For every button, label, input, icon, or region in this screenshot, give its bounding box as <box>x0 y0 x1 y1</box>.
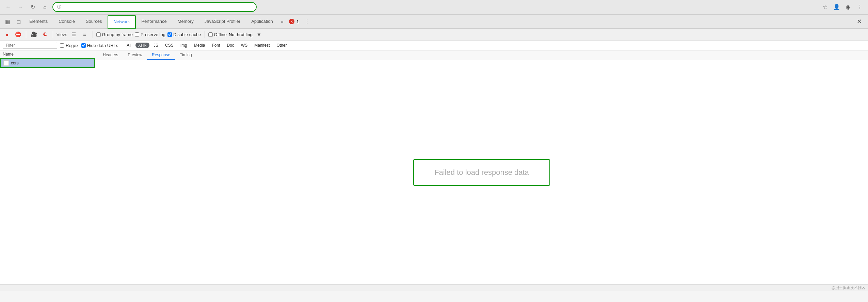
devtools-close-button[interactable]: ✕ <box>853 15 866 28</box>
regex-label[interactable]: Regex <box>66 43 79 48</box>
tab-application[interactable]: Application <box>246 15 278 28</box>
preserve-log-label[interactable]: Preserve log <box>141 32 165 37</box>
list-view-button[interactable]: ☰ <box>69 30 78 39</box>
filter-input[interactable] <box>3 42 57 49</box>
browser-actions: ☆ 👤 ◉ ⋮ <box>820 2 865 12</box>
detail-panel: Headers Preview Response Timing Failed t… <box>95 50 868 284</box>
bottom-bar: @掘土掘金技术社区 <box>0 284 868 291</box>
settings-button[interactable]: ⋮ <box>855 2 865 12</box>
filter-button[interactable]: ☯ <box>41 30 49 39</box>
error-count: 1 <box>296 19 299 24</box>
tab-console[interactable]: Console <box>53 15 80 28</box>
devtools: ▦ ◻ Elements Console Sources Network Per… <box>0 14 868 291</box>
request-item-cors[interactable]: cors <box>0 58 95 68</box>
filter-bar: Regex Hide data URLs AllXHRJSCSSImgMedia… <box>0 41 868 50</box>
disable-cache-label[interactable]: Disable cache <box>173 32 201 37</box>
filter-type-ws[interactable]: WS <box>238 43 250 48</box>
regex-group: Regex <box>60 43 79 48</box>
reload-button[interactable]: ↻ <box>28 2 37 12</box>
back-button[interactable]: ← <box>3 2 13 12</box>
no-throttling-label: No throttling <box>229 32 253 37</box>
filter-type-all[interactable]: All <box>124 43 134 48</box>
offline-label[interactable]: Offline <box>214 32 227 37</box>
error-badge: ✕ <box>289 19 294 24</box>
filter-type-doc[interactable]: Doc <box>224 43 237 48</box>
tab-timing[interactable]: Timing <box>175 50 197 60</box>
hide-data-urls-checkbox[interactable] <box>81 43 86 48</box>
hide-data-urls-label[interactable]: Hide data URLs <box>87 43 118 48</box>
detail-content: Failed to load response data <box>95 60 868 284</box>
preserve-log-group: Preserve log <box>135 32 165 37</box>
forward-button[interactable]: → <box>16 2 25 12</box>
tab-sources[interactable]: Sources <box>80 15 108 28</box>
error-icon: ✕ <box>290 20 293 24</box>
browser-chrome: ← → ↻ ⌂ ⓘ localhost:8000/index.html ☆ 👤 … <box>0 0 868 14</box>
disable-cache-group: Disable cache <box>167 32 201 37</box>
device-toolbar-button[interactable]: ◻ <box>13 15 24 28</box>
view-label: View: <box>57 32 67 37</box>
failed-message-text: Failed to load response data <box>434 168 529 177</box>
tab-performance[interactable]: Performance <box>136 15 172 28</box>
throttling-dropdown-button[interactable]: ▼ <box>255 30 263 39</box>
tab-elements[interactable]: Elements <box>24 15 53 28</box>
toolbar-divider-3 <box>93 31 93 38</box>
camera-button[interactable]: 🎥 <box>30 30 38 39</box>
home-button[interactable]: ⌂ <box>40 2 50 12</box>
bookmark-button[interactable]: ☆ <box>820 2 830 12</box>
hide-data-urls-group: Hide data URLs <box>81 43 118 48</box>
request-item-name: cors <box>11 61 19 65</box>
browser-toolbar: ← → ↻ ⌂ ⓘ localhost:8000/index.html ☆ 👤 … <box>0 0 868 14</box>
filter-type-media[interactable]: Media <box>191 43 208 48</box>
address-input[interactable]: localhost:8000/index.html <box>63 4 252 10</box>
toolbar-divider-1 <box>26 31 26 38</box>
request-list-panel: Name cors <box>0 50 95 284</box>
preserve-log-checkbox[interactable] <box>135 32 139 37</box>
group-by-frame-group: Group by frame <box>96 32 133 37</box>
more-tabs-button[interactable]: » <box>278 15 286 28</box>
detail-tab-bar: Headers Preview Response Timing <box>95 50 868 60</box>
filter-type-js[interactable]: JS <box>151 43 161 48</box>
filter-type-font[interactable]: Font <box>209 43 223 48</box>
devtools-tab-bar: ▦ ◻ Elements Console Sources Network Per… <box>0 15 868 29</box>
toolbar-divider-4 <box>205 31 205 38</box>
filter-type-other[interactable]: Other <box>274 43 290 48</box>
extensions-button[interactable]: ◉ <box>843 2 853 12</box>
failed-message-box: Failed to load response data <box>413 159 550 186</box>
tab-preview[interactable]: Preview <box>123 50 147 60</box>
group-by-frame-label[interactable]: Group by frame <box>102 32 133 37</box>
record-button[interactable]: ● <box>3 30 12 39</box>
filter-type-img[interactable]: Img <box>178 43 190 48</box>
network-main: Name cors Headers Preview Response Timin… <box>0 50 868 284</box>
request-list-header: Name <box>0 50 95 58</box>
error-section: ✕ 1 <box>286 19 302 24</box>
filter-types: AllXHRJSCSSImgMediaFontDocWSManifestOthe… <box>124 43 289 48</box>
name-column-header: Name <box>3 52 14 57</box>
tab-network[interactable]: Network <box>108 15 136 29</box>
filter-separator <box>121 43 121 48</box>
clear-button[interactable]: ⛔ <box>14 30 22 39</box>
inspect-element-button[interactable]: ▦ <box>2 15 13 28</box>
disable-cache-checkbox[interactable] <box>167 32 172 37</box>
offline-checkbox[interactable] <box>208 32 213 37</box>
request-item-icon <box>3 60 9 66</box>
tab-headers[interactable]: Headers <box>98 50 123 60</box>
watermark: @掘土掘金技术社区 <box>832 285 865 290</box>
address-bar: ⓘ localhost:8000/index.html <box>52 2 257 12</box>
group-by-frame-checkbox[interactable] <box>96 32 101 37</box>
devtools-menu-button[interactable]: ⋮ <box>302 15 312 28</box>
regex-checkbox[interactable] <box>60 43 64 48</box>
profile-button[interactable]: 👤 <box>832 2 841 12</box>
tab-memory[interactable]: Memory <box>172 15 199 28</box>
waterfall-view-button[interactable]: ≡ <box>80 30 89 39</box>
offline-group: Offline <box>208 32 227 37</box>
lock-icon: ⓘ <box>57 4 61 10</box>
filter-type-css[interactable]: CSS <box>162 43 176 48</box>
toolbar-divider-2 <box>53 31 53 38</box>
tab-js-profiler[interactable]: JavaScript Profiler <box>199 15 246 28</box>
tab-response[interactable]: Response <box>147 50 175 60</box>
filter-type-manifest[interactable]: Manifest <box>252 43 272 48</box>
network-toolbar: ● ⛔ 🎥 ☯ View: ☰ ≡ Group by frame Preserv… <box>0 29 868 41</box>
filter-type-xhr[interactable]: XHR <box>135 43 149 48</box>
